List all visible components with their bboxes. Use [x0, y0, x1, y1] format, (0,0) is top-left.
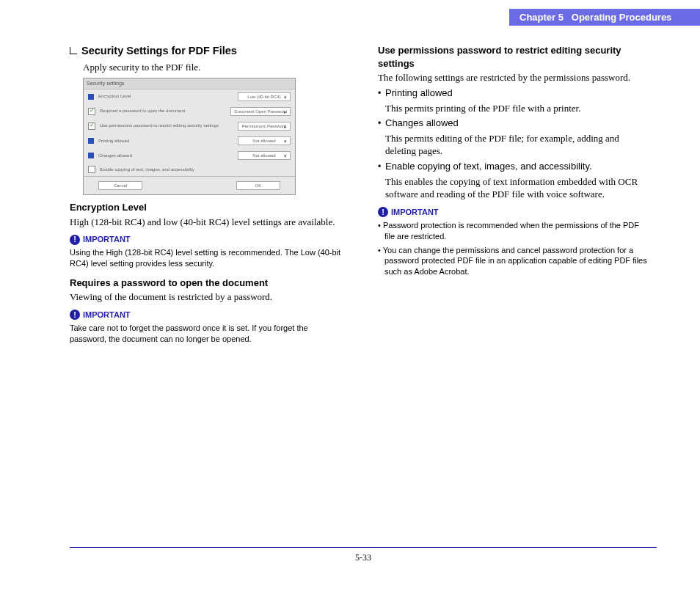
row-label: Encryption Level [98, 94, 233, 99]
section-heading-text: Security Settings for PDF Files [81, 45, 237, 56]
encryption-body: High (128-bit RC4) and low (40-bit RC4) … [70, 216, 341, 229]
important-callout: ! IMPORTANT [70, 310, 341, 321]
important-text-1: Using the High (128-bit RC4) level setti… [70, 247, 341, 269]
important-bullet-1: • Password protection is recommended whe… [378, 220, 649, 242]
checkbox-icon[interactable]: ✓ [88, 108, 95, 115]
perm-password-button[interactable]: Permissions Password [238, 122, 291, 131]
checkbox-outline-icon [70, 47, 77, 54]
security-settings-dialog: Security settings Encryption Level Low (… [83, 78, 296, 195]
bullet-body: This permits editing of the PDF file; fo… [385, 132, 649, 158]
row-label: Use permissions password to restrict edi… [100, 123, 233, 128]
row-label: Required a password to open the document [100, 109, 226, 114]
bullet-body: This permits printing of the PDF file wi… [385, 102, 649, 115]
row-label: Changes allowed [98, 153, 233, 158]
bullet-title: Changes allowed [385, 117, 459, 128]
requires-password-heading: Requires a password to open the document [70, 277, 341, 290]
exclamation-icon: ! [70, 235, 80, 245]
row-label: Enable copying of text, images, and acce… [100, 167, 291, 172]
checkbox-icon[interactable]: ✓ [88, 122, 95, 130]
row-label: Printing allowed [98, 139, 233, 144]
dialog-title: Security settings [84, 78, 295, 89]
bullet-title: Printing allowed [385, 87, 453, 98]
printing-dropdown[interactable]: Not allowed [238, 136, 291, 145]
bullet-item: •Printing allowed [378, 87, 649, 100]
square-icon [88, 94, 94, 100]
important-label: IMPORTANT [83, 234, 131, 245]
permissions-heading: Use permissions password to restrict edi… [378, 44, 649, 70]
chapter-title: Operating Procedures [572, 12, 672, 23]
ok-button[interactable]: OK [236, 181, 280, 190]
page-footer: 5-33 [70, 547, 657, 563]
changes-dropdown[interactable]: Not allowed [238, 151, 291, 160]
doc-password-button[interactable]: Document Open Password [230, 107, 291, 116]
page-number: 5-33 [355, 552, 371, 563]
chapter-header: Chapter 5 Operating Procedures [509, 9, 700, 26]
important-label: IMPORTANT [391, 207, 439, 218]
square-icon [88, 153, 94, 158]
square-icon [88, 138, 94, 144]
permissions-intro: The following settings are restricted by… [378, 71, 649, 84]
cancel-button[interactable]: Cancel [98, 181, 142, 190]
bullet-item: •Enable copying of text, images, and acc… [378, 160, 649, 173]
left-column: Security Settings for PDF Files Apply se… [70, 44, 341, 351]
bullet-title: Enable copying of text, images, and acce… [385, 161, 592, 172]
intro-text: Apply security to the PDF file. [83, 61, 341, 74]
checkbox-icon[interactable]: ✓ [88, 166, 95, 173]
encryption-dropdown[interactable]: Low (40-bit RC4) [238, 92, 291, 101]
important-bullet-2: • You can change the permissions and can… [378, 245, 649, 278]
important-text-2: Take care not to forget the password onc… [70, 323, 341, 345]
exclamation-icon: ! [378, 207, 388, 217]
section-heading: Security Settings for PDF Files [70, 44, 341, 59]
bullet-body: This enables the copying of text informa… [385, 175, 649, 201]
important-callout: ! IMPORTANT [70, 234, 341, 245]
requires-password-body: Viewing of the document is restricted by… [70, 290, 341, 304]
important-label: IMPORTANT [83, 310, 131, 321]
page-content: Security Settings for PDF Files Apply se… [70, 44, 657, 351]
bullet-item: •Changes allowed [378, 117, 649, 130]
encryption-heading: Encryption Level [70, 201, 341, 214]
exclamation-icon: ! [70, 310, 80, 320]
right-column: Use permissions password to restrict edi… [378, 44, 649, 351]
important-callout: ! IMPORTANT [378, 207, 649, 218]
chapter-number: Chapter 5 [519, 12, 564, 23]
